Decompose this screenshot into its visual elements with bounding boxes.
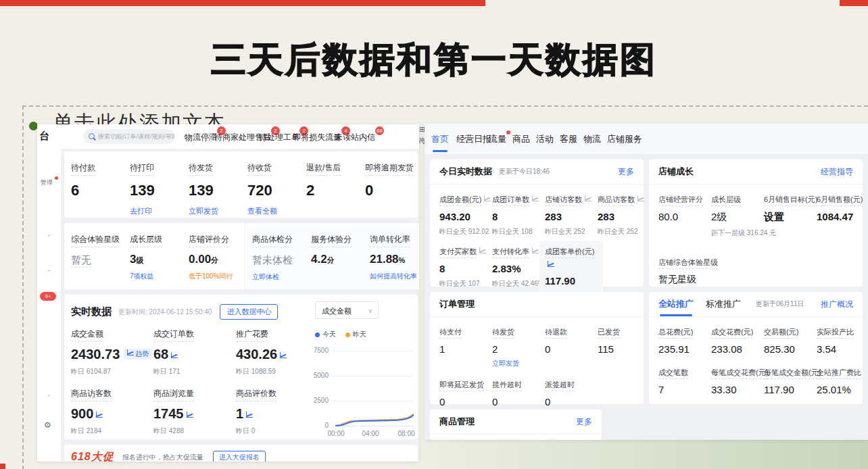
legend-today[interactable]: 今天 — [315, 330, 336, 339]
chevron-up-icon[interactable]: ⌃ — [37, 234, 61, 241]
trend-chart-icon[interactable] — [187, 412, 193, 418]
realtime-title: 实时数据 — [71, 305, 112, 318]
promo-618-badge: 618大促 — [71, 450, 114, 462]
promo-updated: 更新于06月11日 — [756, 299, 804, 309]
metric-product-visitors: 商品访客数 283 昨日全天 252 — [598, 193, 650, 237]
promo-cost-per-deal: 每笔成交花费(元) 33.30 — [711, 366, 764, 395]
metric-shop-visitors: 店铺访客数 283 昨日全天 252 — [545, 193, 598, 237]
ship-now-link[interactable]: 立即发货 — [189, 206, 247, 216]
metric-group-gmv: 成团金额(元) 943.20 昨日全天 912.02 — [439, 193, 492, 237]
mini-chart-icon[interactable] — [637, 195, 644, 201]
trend-tag[interactable]: 趋势 — [124, 349, 152, 360]
tab-standard-promo[interactable]: 标准推广 — [706, 298, 741, 310]
tab-traffic[interactable]: 流量 — [489, 133, 506, 145]
mini-chart-icon[interactable] — [479, 247, 486, 253]
view-amount-link[interactable]: 查看全额 — [247, 206, 306, 216]
sidebar-item-manage[interactable]: 管理 — [41, 178, 53, 187]
top-right-red-bar — [840, 0, 868, 6]
nav-logistics-stalled[interactable]: 物流停滞 2 — [185, 132, 217, 143]
stat-overdue-shipping: 即将逾期发货 0 — [365, 161, 419, 216]
mini-chart-icon[interactable] — [484, 195, 491, 201]
growth-score: 店铺经营评分 80.0 — [658, 193, 711, 238]
tab-sitewide-promo[interactable]: 全站推广 — [658, 298, 694, 310]
left-dashboard-window: 台 管理 ⌃ ⌃ 9+ ⌃ ⚙ 搜索功能/订单/课程/规则/帮助/服务 物流停滞… — [37, 124, 419, 462]
promo-overview-link[interactable]: 推广概况 — [821, 299, 853, 310]
legend-dot-yesterday — [345, 332, 350, 337]
products-more-link[interactable]: 更多 — [576, 416, 592, 428]
go-print-link[interactable]: 去打印 — [130, 206, 189, 216]
stat-growth-level: 成长层级 3级 7项权益 — [130, 232, 189, 289]
below-peers-note: 低于100%同行 — [189, 272, 247, 281]
star-level-value: 暂无星级 — [658, 274, 863, 286]
today-more-link[interactable]: 更多 — [618, 166, 634, 178]
order-management-card: 订单管理 待支付 1 待发货 2 立即发货 待退款 0 已发货 115 即 — [430, 292, 644, 404]
promo-fee-ratio: 全站推广费比 25.01% — [817, 366, 868, 395]
metric-group-orders: 成团订单数 8 昨日全天 108 — [492, 193, 545, 237]
tab-daily-report[interactable]: 经营日报 — [456, 133, 491, 145]
trend-chart-icon[interactable] — [96, 412, 103, 418]
promo-text: 报名进行中，抢占大促流量 — [122, 453, 203, 462]
metric-ad-spend: 推广花费 430.26 昨日 1088.59 — [236, 327, 318, 376]
bottom-left-red-mark — [0, 464, 5, 469]
right-dashboard-window: 首页 经营日报 流量 商品 活动 客服 物流 店铺服务 今日实时数据 更新于今日… — [425, 124, 868, 440]
products-card-title: 商品管理 — [439, 416, 475, 428]
traffic-red-dot — [506, 130, 510, 134]
chevron-up-icon[interactable]: ⌃ — [37, 394, 61, 401]
tab-logistics[interactable]: 物流 — [583, 133, 601, 145]
manage-red-dot — [55, 176, 58, 180]
stat-service-score: 服务体验分 4.2分 — [311, 232, 370, 289]
tab-products[interactable]: 商品 — [512, 133, 530, 145]
search-icon — [89, 133, 95, 139]
promo-deal-spend: 成交花费(元) 233.08 — [711, 325, 764, 355]
improve-conversion-link[interactable]: 如何提高转化率 — [370, 272, 419, 281]
legend-dot-today — [315, 332, 320, 337]
stat-refund-aftersales: 退款/售后 2 — [306, 161, 365, 216]
orders-shipped: 已发货 115 — [598, 325, 650, 368]
tab-home[interactable]: 首页 — [431, 133, 449, 145]
realtime-updated: 更新时间: 2024-06-12 15:50:40 — [118, 307, 212, 317]
today-card-title: 今日实时数据 — [439, 166, 492, 178]
star-level-label: 店铺综合体验星级 — [658, 257, 718, 269]
trend-chart-icon[interactable] — [246, 412, 253, 418]
order-stats-card: 待付款 6 待打印 139 去打印 待发货 139 立即发货 待收货 720 查… — [64, 151, 418, 218]
promo-618-card: 618大促 报名进行中，抢占大促流量 进入大促报名 — [64, 445, 418, 462]
mini-chart-icon[interactable] — [532, 247, 539, 253]
growth-monthly-sales: 6月销售额(元) 1084.47 — [817, 193, 868, 238]
workbench-logo: 台 — [39, 130, 49, 143]
check-now-link[interactable]: 立即体检 — [252, 272, 311, 282]
tab-shop-services[interactable]: 店铺服务 — [607, 133, 642, 145]
search-input[interactable]: 搜索功能/订单/课程/规则/帮助/服务 — [83, 129, 174, 144]
orders-card-title: 订单管理 — [439, 298, 475, 310]
trend-chart-icon[interactable] — [171, 352, 178, 358]
search-placeholder: 搜索功能/订单/课程/规则/帮助/服务 — [98, 133, 174, 140]
benefits-link[interactable]: 7项权益 — [130, 272, 189, 281]
slide-title: 三天后数据和第一天数据图 — [0, 36, 868, 84]
ship-now-link[interactable]: 立即发货 — [492, 359, 545, 368]
data-center-button[interactable]: 进入数据中心 — [220, 304, 278, 320]
chevron-up-icon[interactable]: ⌃ — [37, 269, 61, 276]
nav-badge: 68 — [375, 126, 384, 135]
nav-unread-messages[interactable]: 未读站内信 68 — [335, 132, 375, 143]
stat-inquiry-conversion: 询单转化率 21.88% 如何提高转化率 — [370, 232, 419, 289]
promotion-card: 全站推广 标准推广 更新于06月11日 推广概况 总花费(元) 235.91 成… — [649, 292, 863, 404]
stat-product-check: 商品体检分 暂未体检 立即体检 — [252, 232, 311, 289]
legend-yesterday[interactable]: 昨天 — [345, 330, 366, 339]
sidebar-count-badge: 9+ — [40, 292, 56, 301]
mini-chart-icon[interactable] — [532, 195, 539, 201]
orders-delivery-timeout: 派签超时 0 — [545, 378, 598, 408]
chart-metric-select[interactable]: 成交金额 ∨ — [315, 301, 379, 319]
tab-service[interactable]: 客服 — [560, 133, 577, 145]
trend-chart-icon[interactable] — [280, 352, 287, 358]
set-target-link[interactable]: 设置 — [764, 211, 817, 224]
promo-signup-button[interactable]: 进入大促报名 — [213, 451, 266, 462]
stat-to-ship: 待发货 139 立即发货 — [189, 161, 247, 216]
business-guide-link[interactable]: 经营指导 — [821, 166, 853, 178]
realtime-chart-area: 成交金额 ∨ 今天 昨天 7500 5000 2500 0 00:00 04:0… — [311, 300, 414, 439]
top-red-bar — [0, 0, 485, 6]
realtime-data-card: 实时数据 更新时间: 2024-06-12 15:50:40 进入数据中心 成交… — [64, 295, 418, 439]
mini-chart-icon[interactable] — [548, 261, 554, 267]
tab-activities[interactable]: 活动 — [536, 133, 554, 145]
settings-gear-icon[interactable]: ⚙ — [44, 420, 51, 430]
product-management-card: 商品管理 更多 在售中 已售罄 已下架 — [430, 410, 602, 440]
mini-chart-icon[interactable] — [585, 195, 592, 201]
